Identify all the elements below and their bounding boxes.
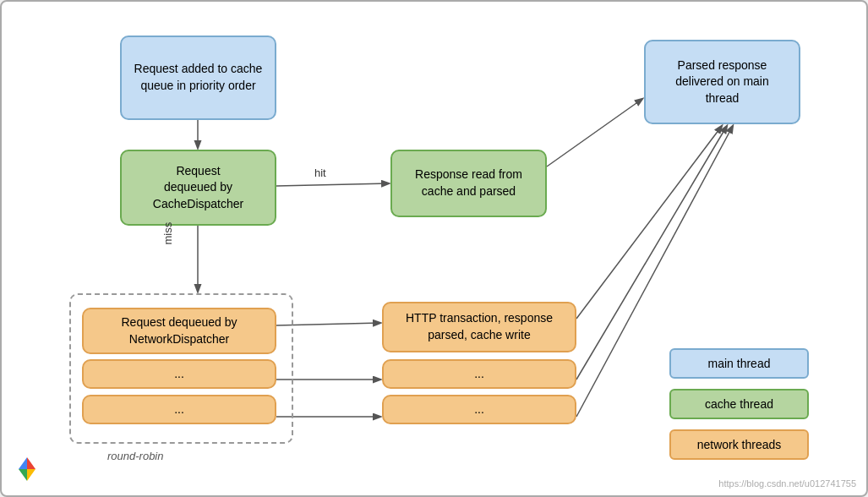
svg-marker-12: [27, 469, 35, 481]
label-round-robin: round-robin: [107, 450, 164, 462]
legend-main-thread: main thread: [669, 348, 809, 379]
node-http-dots1-label: ...: [474, 366, 484, 383]
node-network-dots2-label: ...: [174, 401, 184, 418]
node-request-queue-label: Request added to cache queue in priority…: [132, 61, 265, 94]
svg-line-1: [276, 183, 389, 186]
svg-marker-11: [27, 457, 35, 469]
node-network-dots2: ...: [82, 395, 276, 424]
node-response-from-cache: Response read fromcache and parsed: [390, 150, 547, 217]
label-hit: hit: [314, 167, 326, 179]
label-miss: miss: [161, 222, 174, 245]
svg-line-9: [547, 99, 642, 167]
logo-icon: [14, 456, 41, 487]
node-http-dots2: ...: [382, 395, 576, 424]
svg-line-6: [576, 126, 722, 319]
node-network-dots1-label: ...: [174, 366, 184, 383]
diagram-container: Request added to cache queue in priority…: [0, 0, 868, 497]
node-network-dots1: ...: [82, 359, 276, 389]
node-parsed-response-label: Parsed responsedelivered on mainthread: [675, 57, 769, 107]
legend-cache-thread: cache thread: [669, 389, 809, 419]
node-request-queue: Request added to cache queue in priority…: [120, 36, 276, 120]
svg-marker-13: [19, 469, 27, 481]
watermark: https://blog.csdn.net/u012741755: [718, 478, 856, 489]
legend-network-threads: network threads: [669, 429, 809, 460]
node-http-dots1: ...: [382, 359, 576, 389]
svg-line-7: [576, 126, 727, 380]
node-http-dots2-label: ...: [474, 401, 484, 418]
node-network-dispatcher-label: Request dequeued byNetworkDispatcher: [122, 314, 237, 347]
node-parsed-response: Parsed responsedelivered on mainthread: [644, 40, 800, 124]
node-response-from-cache-label: Response read fromcache and parsed: [415, 167, 522, 199]
node-http-transaction: HTTP transaction, responseparsed, cache …: [382, 302, 576, 352]
node-http-transaction-label: HTTP transaction, responseparsed, cache …: [406, 310, 553, 343]
svg-marker-14: [19, 457, 27, 469]
node-network-dispatcher: Request dequeued byNetworkDispatcher: [82, 308, 276, 354]
node-cache-dispatcher-label: Requestdequeued byCacheDispatcher: [153, 163, 243, 213]
node-cache-dispatcher: Requestdequeued byCacheDispatcher: [120, 150, 276, 226]
